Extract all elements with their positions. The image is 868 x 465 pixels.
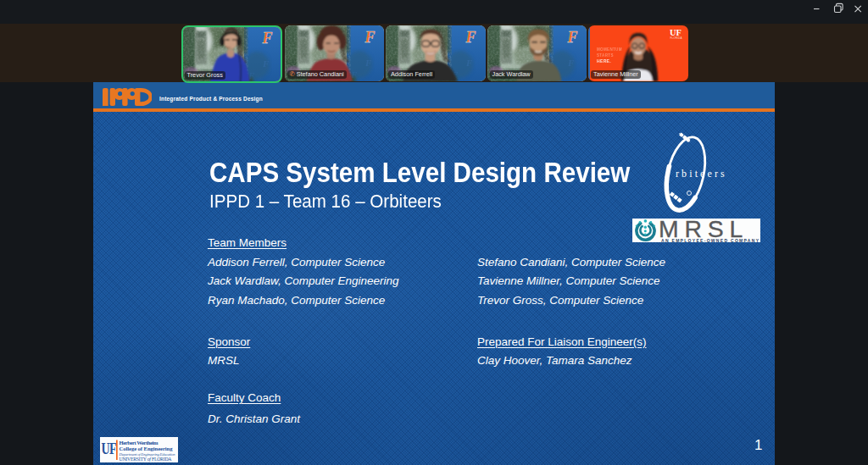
svg-text:College of Engineering: College of Engineering xyxy=(120,446,174,451)
svg-text:MOMENTUM: MOMENTUM xyxy=(597,47,622,52)
svg-text:UNIVERSITY of FLORIDA: UNIVERSITY of FLORIDA xyxy=(120,457,173,462)
svg-text:STARTS: STARTS xyxy=(597,53,614,58)
svg-text:HERE.: HERE. xyxy=(597,58,611,64)
svg-text:Herbert Wertheim: Herbert Wertheim xyxy=(120,440,159,446)
svg-text:UF: UF xyxy=(102,439,117,457)
svg-text:FLORIDA: FLORIDA xyxy=(670,36,682,40)
svg-text:rbiteers: rbiteers xyxy=(676,168,727,180)
